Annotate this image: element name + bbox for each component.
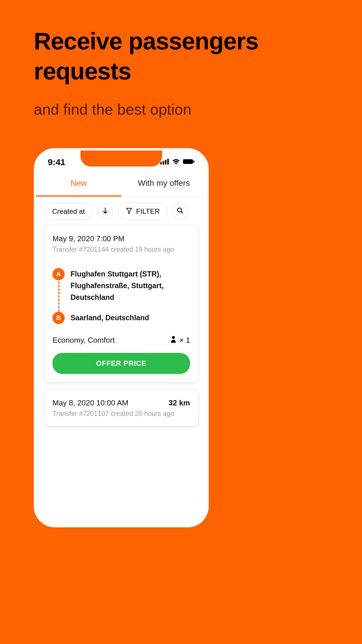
- tab-new[interactable]: New: [36, 171, 121, 197]
- svg-rect-0: [160, 162, 162, 164]
- cellular-icon: [160, 159, 169, 166]
- device-notch: [80, 150, 162, 167]
- offer-price-button[interactable]: OFFER PRICE: [52, 353, 190, 374]
- card-subtitle: Transfer #7201107 created 20 hours ago: [52, 410, 190, 418]
- card-subtitle: Transfer #7201144 created 19 hours ago: [52, 246, 190, 253]
- transfer-card[interactable]: May 8, 2020 10:00 AM 32 km Transfer #720…: [44, 390, 198, 426]
- search-icon: [177, 207, 184, 216]
- card-date: May 8, 2020 10:00 AM: [52, 398, 128, 407]
- person-icon: [171, 336, 176, 345]
- point-b-address: Saarland, Deutschland: [71, 312, 149, 323]
- sort-label: Created at: [52, 207, 85, 216]
- passenger-count: × 1: [171, 336, 190, 345]
- svg-rect-3: [167, 159, 169, 164]
- wifi-icon: [172, 159, 180, 166]
- sort-created-at-chip[interactable]: Created at: [44, 203, 93, 220]
- marker-b-icon: B: [52, 312, 65, 324]
- svg-point-8: [172, 336, 175, 339]
- battery-icon: [183, 159, 195, 166]
- pax-count-text: × 1: [179, 336, 190, 345]
- route-connector-line: [58, 281, 59, 312]
- filter-label: FILTER: [136, 207, 160, 216]
- point-a-address: Flughafen Stuttgart (STR), Flughafenstra…: [71, 268, 190, 303]
- tab-with-my-offers[interactable]: With my offers: [121, 171, 206, 197]
- phone-frame: 9:41 New With my offers Created at: [34, 148, 209, 527]
- route: A Flughafen Stuttgart (STR), Flughafenst…: [52, 268, 190, 324]
- transfer-card[interactable]: May 9, 2020 7:00 PM Transfer #7201144 cr…: [44, 226, 198, 382]
- svg-line-7: [181, 211, 183, 213]
- arrow-down-icon: [102, 207, 109, 216]
- vehicle-class: Economy, Comfort: [52, 336, 115, 345]
- route-point-b: B Saarland, Deutschland: [52, 312, 190, 324]
- tabs: New With my offers: [36, 171, 206, 197]
- card-date: May 9, 2020 7:00 PM: [52, 234, 190, 243]
- marketing-headline: Receive passengers requests: [0, 0, 362, 86]
- card-footer: Economy, Comfort × 1: [52, 336, 190, 345]
- route-point-a: A Flughafen Stuttgart (STR), Flughafenst…: [52, 268, 190, 303]
- search-button[interactable]: [172, 204, 188, 219]
- status-time: 9:41: [48, 157, 65, 167]
- svg-rect-2: [165, 160, 166, 164]
- sort-direction-button[interactable]: [97, 204, 113, 219]
- filter-button[interactable]: FILTER: [118, 203, 168, 220]
- filter-bar: Created at FILTER: [36, 197, 206, 226]
- card-distance: 32 km: [168, 398, 190, 407]
- status-icons: [160, 159, 195, 166]
- svg-rect-4: [183, 159, 193, 164]
- marketing-subheadline: and find the best option: [0, 86, 362, 118]
- filter-icon: [126, 207, 133, 216]
- svg-rect-5: [193, 160, 194, 163]
- svg-rect-1: [163, 161, 164, 164]
- marker-a-icon: A: [52, 268, 65, 280]
